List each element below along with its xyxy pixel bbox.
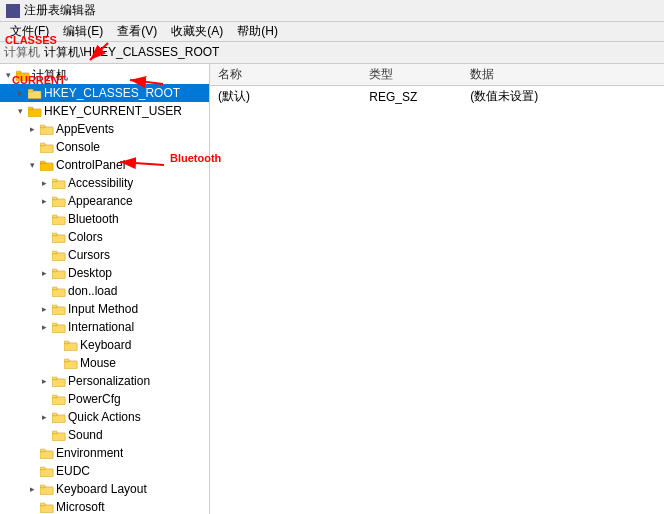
address-bar: 计算机 计算机\HKEY_CLASSES_ROOT bbox=[0, 42, 664, 64]
expand-btn-international[interactable]: ▸ bbox=[38, 321, 50, 333]
tree-item-personalization[interactable]: ▸ Personalization bbox=[0, 372, 209, 390]
expand-btn-appevents[interactable]: ▸ bbox=[26, 123, 38, 135]
menu-help[interactable]: 帮助(H) bbox=[231, 22, 284, 41]
expand-btn-desktop[interactable]: ▸ bbox=[38, 267, 50, 279]
tree-label-console: Console bbox=[56, 140, 100, 154]
tree-item-environment[interactable]: Environment bbox=[0, 444, 209, 462]
folder-icon-bluetooth bbox=[52, 214, 66, 225]
expand-btn-input_method[interactable]: ▸ bbox=[38, 303, 50, 315]
tree-item-hkey_classes_root[interactable]: ▸ HKEY_CLASSES_ROOT bbox=[0, 84, 209, 102]
tree-item-hkey_current_user[interactable]: ▾ HKEY_CURRENT_USER bbox=[0, 102, 209, 120]
expand-btn-keyboard_layout[interactable]: ▸ bbox=[26, 483, 38, 495]
window-title: 注册表编辑器 bbox=[24, 2, 96, 19]
tree-item-international[interactable]: ▸ International bbox=[0, 318, 209, 336]
tree-label-sound: Sound bbox=[68, 428, 103, 442]
tree-item-mouse[interactable]: Mouse bbox=[0, 354, 209, 372]
expand-btn-bluetooth[interactable] bbox=[38, 213, 50, 225]
expand-btn-keyboard[interactable] bbox=[50, 339, 62, 351]
tree-item-appearance[interactable]: ▸ Appearance bbox=[0, 192, 209, 210]
svg-rect-8 bbox=[40, 144, 53, 152]
tree-item-keyboard[interactable]: Keyboard bbox=[0, 336, 209, 354]
tree-label-powercfg: PowerCfg bbox=[68, 392, 121, 406]
tree-item-quick_actions[interactable]: ▸ Quick Actions bbox=[0, 408, 209, 426]
expand-btn-sound[interactable] bbox=[38, 429, 50, 441]
svg-rect-37 bbox=[52, 395, 57, 398]
svg-rect-47 bbox=[40, 485, 45, 488]
folder-icon-quick_actions bbox=[52, 412, 66, 423]
folder-icon-hkey_classes_root bbox=[28, 88, 42, 99]
svg-rect-49 bbox=[40, 503, 45, 506]
svg-rect-17 bbox=[52, 215, 57, 218]
svg-rect-5 bbox=[28, 107, 33, 110]
registry-table: 名称 类型 数据 (默认)REG_SZ(数值未设置) bbox=[210, 64, 664, 107]
expand-btn-powercfg[interactable] bbox=[38, 393, 50, 405]
cell-type: REG_SZ bbox=[361, 86, 462, 108]
tree-label-microsoft: Microsoft bbox=[56, 500, 105, 514]
expand-btn-cursors[interactable] bbox=[38, 249, 50, 261]
menu-favorites[interactable]: 收藏夹(A) bbox=[165, 22, 229, 41]
folder-icon-powercfg bbox=[52, 394, 66, 405]
expand-btn-mouse[interactable] bbox=[50, 357, 62, 369]
col-header-type: 类型 bbox=[361, 64, 462, 86]
folder-icon-hkey_current_user bbox=[28, 106, 42, 117]
svg-rect-23 bbox=[52, 269, 57, 272]
tree-item-controlpanel[interactable]: ▾ ControlPanel bbox=[0, 156, 209, 174]
menu-file[interactable]: 文件(F) bbox=[4, 22, 55, 41]
tree-item-keyboard_layout[interactable]: ▸ Keyboard Layout bbox=[0, 480, 209, 498]
menu-view[interactable]: 查看(V) bbox=[111, 22, 163, 41]
tree-label-keyboard_layout: Keyboard Layout bbox=[56, 482, 147, 496]
tree-item-eudc[interactable]: EUDC bbox=[0, 462, 209, 480]
svg-rect-12 bbox=[52, 180, 65, 188]
folder-icon-accessibility bbox=[52, 178, 66, 189]
col-header-data: 数据 bbox=[462, 64, 664, 86]
tree-item-desktop[interactable]: ▸ Desktop bbox=[0, 264, 209, 282]
folder-icon-keyboard bbox=[64, 340, 78, 351]
svg-rect-19 bbox=[52, 233, 57, 236]
svg-rect-46 bbox=[40, 486, 53, 494]
svg-rect-13 bbox=[52, 179, 57, 182]
tree-item-microsoft[interactable]: Microsoft bbox=[0, 498, 209, 514]
tree-item-bluetooth[interactable]: Bluetooth bbox=[0, 210, 209, 228]
tree-item-console[interactable]: Console bbox=[0, 138, 209, 156]
tree-label-desktop: Desktop bbox=[68, 266, 112, 280]
main-area: ▾ 计算机▸ HKEY_CLASSES_ROOT▾ HKEY_CURRENT_U… bbox=[0, 64, 664, 514]
folder-icon-appevents bbox=[40, 124, 54, 135]
expand-btn-quick_actions[interactable]: ▸ bbox=[38, 411, 50, 423]
expand-btn-don_load[interactable] bbox=[38, 285, 50, 297]
expand-btn-appearance[interactable]: ▸ bbox=[38, 195, 50, 207]
svg-rect-31 bbox=[64, 341, 69, 344]
menu-edit[interactable]: 编辑(E) bbox=[57, 22, 109, 41]
expand-btn-microsoft[interactable] bbox=[26, 501, 38, 513]
tree-item-colors[interactable]: Colors bbox=[0, 228, 209, 246]
folder-icon-colors bbox=[52, 232, 66, 243]
tree-pane[interactable]: ▾ 计算机▸ HKEY_CLASSES_ROOT▾ HKEY_CURRENT_U… bbox=[0, 64, 210, 514]
svg-rect-30 bbox=[64, 342, 77, 350]
expand-btn-hkey_current_user[interactable]: ▾ bbox=[14, 105, 26, 117]
svg-rect-10 bbox=[40, 162, 53, 170]
tree-item-don_load[interactable]: don..load bbox=[0, 282, 209, 300]
tree-item-input_method[interactable]: ▸ Input Method bbox=[0, 300, 209, 318]
folder-icon-microsoft bbox=[40, 502, 54, 513]
cell-data: (数值未设置) bbox=[462, 86, 664, 108]
svg-rect-43 bbox=[40, 449, 45, 452]
expand-btn-eudc[interactable] bbox=[26, 465, 38, 477]
expand-btn-console[interactable] bbox=[26, 141, 38, 153]
tree-item-appevents[interactable]: ▸ AppEvents bbox=[0, 120, 209, 138]
folder-icon-console bbox=[40, 142, 54, 153]
expand-btn-accessibility[interactable]: ▸ bbox=[38, 177, 50, 189]
expand-btn-hkey_classes_root[interactable]: ▸ bbox=[14, 87, 26, 99]
tree-item-powercfg[interactable]: PowerCfg bbox=[0, 390, 209, 408]
expand-btn-colors[interactable] bbox=[38, 231, 50, 243]
expand-btn-personalization[interactable]: ▸ bbox=[38, 375, 50, 387]
expand-btn-computer[interactable]: ▾ bbox=[2, 69, 14, 81]
expand-btn-controlpanel[interactable]: ▾ bbox=[26, 159, 38, 171]
svg-rect-16 bbox=[52, 216, 65, 224]
table-row[interactable]: (默认)REG_SZ(数值未设置) bbox=[210, 86, 664, 108]
tree-item-computer[interactable]: ▾ 计算机 bbox=[0, 66, 209, 84]
tree-label-colors: Colors bbox=[68, 230, 103, 244]
tree-item-sound[interactable]: Sound bbox=[0, 426, 209, 444]
expand-btn-environment[interactable] bbox=[26, 447, 38, 459]
tree-item-cursors[interactable]: Cursors bbox=[0, 246, 209, 264]
svg-rect-2 bbox=[28, 90, 41, 98]
tree-item-accessibility[interactable]: ▸ Accessibility bbox=[0, 174, 209, 192]
